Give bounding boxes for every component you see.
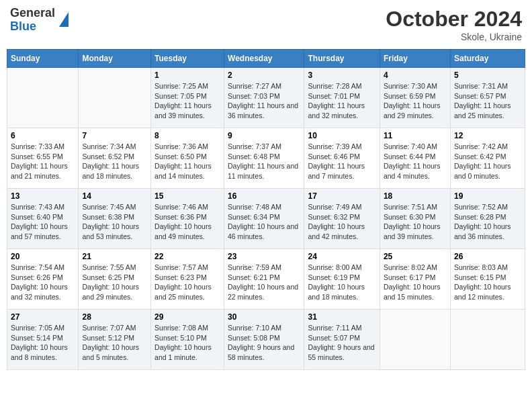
week-row-1: 1 Sunrise: 7:25 AM Sunset: 7:05 PM Dayli…: [7, 68, 525, 128]
sunset-time: Sunset: 7:05 PM: [154, 92, 207, 100]
sunrise-time: Sunrise: 7:07 AM: [82, 324, 136, 332]
sunset-time: Sunset: 6:32 PM: [308, 213, 360, 221]
sunrise-time: Sunrise: 7:59 AM: [228, 263, 281, 271]
calendar-cell: 22 Sunrise: 7:57 AM Sunset: 6:23 PM Dayl…: [151, 249, 224, 310]
sunset-time: Sunset: 6:15 PM: [454, 273, 506, 281]
day-info: Sunrise: 7:43 AM Sunset: 6:40 PM Dayligh…: [11, 202, 75, 242]
sunrise-time: Sunrise: 7:57 AM: [154, 263, 208, 271]
calendar-cell: [7, 68, 79, 128]
day-info: Sunrise: 7:51 AM Sunset: 6:30 PM Dayligh…: [384, 202, 447, 242]
sunrise-time: Sunrise: 7:39 AM: [308, 142, 361, 150]
daylight-hours: Daylight: 11 hours and 39 minutes.: [154, 101, 212, 120]
day-number: 29: [154, 312, 220, 322]
sunrise-time: Sunrise: 7:46 AM: [154, 203, 208, 211]
daylight-hours: Daylight: 10 hours and 46 minutes.: [228, 222, 298, 240]
daylight-hours: Daylight: 11 hours and 36 minutes.: [228, 101, 298, 120]
week-row-3: 13 Sunrise: 7:43 AM Sunset: 6:40 PM Dayl…: [7, 189, 525, 249]
day-number: 5: [454, 71, 521, 80]
daylight-hours: Daylight: 10 hours and 36 minutes.: [454, 222, 511, 240]
sunrise-time: Sunrise: 7:30 AM: [384, 82, 437, 90]
day-number: 19: [454, 191, 521, 201]
calendar-cell: 15 Sunrise: 7:46 AM Sunset: 6:36 PM Dayl…: [151, 189, 224, 249]
daylight-hours: Daylight: 11 hours and 14 minutes.: [154, 162, 212, 180]
day-number: 14: [82, 191, 147, 201]
day-number: 7: [82, 131, 147, 140]
logo-triangle-icon: [59, 12, 69, 27]
daylight-hours: Daylight: 11 hours and 4 minutes.: [384, 162, 441, 180]
day-info: Sunrise: 7:45 AM Sunset: 6:38 PM Dayligh…: [82, 202, 147, 242]
sunrise-time: Sunrise: 7:51 AM: [384, 203, 437, 211]
daylight-hours: Daylight: 10 hours and 5 minutes.: [82, 343, 139, 361]
daylight-hours: Daylight: 11 hours and 0 minutes.: [454, 162, 511, 180]
day-number: 16: [228, 191, 300, 201]
day-number: 6: [11, 131, 75, 140]
sunset-time: Sunset: 6:19 PM: [308, 273, 360, 281]
sunset-time: Sunset: 6:23 PM: [154, 273, 207, 281]
day-info: Sunrise: 7:33 AM Sunset: 6:55 PM Dayligh…: [11, 142, 75, 181]
sunrise-time: Sunrise: 7:48 AM: [228, 203, 281, 211]
sunset-time: Sunset: 7:03 PM: [228, 92, 280, 100]
day-info: Sunrise: 7:52 AM Sunset: 6:28 PM Dayligh…: [454, 202, 521, 242]
day-info: Sunrise: 7:08 AM Sunset: 5:10 PM Dayligh…: [154, 323, 220, 363]
day-info: Sunrise: 7:59 AM Sunset: 6:21 PM Dayligh…: [228, 263, 300, 302]
calendar-cell: 7 Sunrise: 7:34 AM Sunset: 6:52 PM Dayli…: [79, 128, 151, 189]
calendar-cell: 19 Sunrise: 7:52 AM Sunset: 6:28 PM Dayl…: [450, 189, 525, 249]
calendar-cell: 18 Sunrise: 7:51 AM Sunset: 6:30 PM Dayl…: [380, 189, 450, 249]
sunset-time: Sunset: 6:48 PM: [228, 152, 280, 161]
day-info: Sunrise: 7:54 AM Sunset: 6:26 PM Dayligh…: [11, 263, 75, 302]
page-title: October 2024: [386, 7, 522, 32]
day-info: Sunrise: 7:39 AM Sunset: 6:46 PM Dayligh…: [308, 142, 375, 181]
week-row-5: 27 Sunrise: 7:05 AM Sunset: 5:14 PM Dayl…: [7, 310, 525, 370]
daylight-hours: Daylight: 10 hours and 18 minutes.: [308, 283, 365, 301]
day-number: 2: [228, 71, 300, 80]
sunrise-time: Sunrise: 8:03 AM: [454, 263, 508, 271]
calendar-cell: 30 Sunrise: 7:10 AM Sunset: 5:08 PM Dayl…: [224, 310, 304, 370]
sunset-time: Sunset: 6:55 PM: [11, 152, 63, 161]
logo-blue: Blue: [10, 20, 55, 34]
weekday-header-sunday: Sunday: [7, 50, 79, 68]
daylight-hours: Daylight: 11 hours and 32 minutes.: [308, 101, 365, 120]
sunset-time: Sunset: 6:30 PM: [384, 213, 436, 221]
daylight-hours: Daylight: 11 hours and 29 minutes.: [384, 101, 441, 120]
calendar-cell: 24 Sunrise: 8:00 AM Sunset: 6:19 PM Dayl…: [304, 249, 380, 310]
day-number: 26: [454, 252, 521, 261]
sunrise-time: Sunrise: 8:00 AM: [308, 263, 361, 271]
day-number: 11: [384, 131, 447, 140]
sunrise-time: Sunrise: 7:42 AM: [454, 142, 508, 150]
calendar-cell: 13 Sunrise: 7:43 AM Sunset: 6:40 PM Dayl…: [7, 189, 79, 249]
sunset-time: Sunset: 6:26 PM: [11, 273, 63, 281]
day-info: Sunrise: 7:55 AM Sunset: 6:25 PM Dayligh…: [82, 263, 147, 302]
weekday-header-friday: Friday: [380, 50, 450, 68]
sunset-time: Sunset: 6:44 PM: [384, 152, 436, 161]
daylight-hours: Daylight: 10 hours and 42 minutes.: [308, 222, 365, 240]
sunrise-time: Sunrise: 7:11 AM: [308, 324, 361, 332]
sunrise-time: Sunrise: 7:49 AM: [308, 203, 361, 211]
daylight-hours: Daylight: 10 hours and 49 minutes.: [154, 222, 212, 240]
day-info: Sunrise: 7:57 AM Sunset: 6:23 PM Dayligh…: [154, 263, 220, 302]
calendar-cell: [79, 68, 151, 128]
calendar-cell: 28 Sunrise: 7:07 AM Sunset: 5:12 PM Dayl…: [79, 310, 151, 370]
daylight-hours: Daylight: 11 hours and 21 minutes.: [11, 162, 68, 180]
calendar-cell: 3 Sunrise: 7:28 AM Sunset: 7:01 PM Dayli…: [304, 68, 380, 128]
sunrise-time: Sunrise: 7:08 AM: [154, 324, 208, 332]
sunset-time: Sunset: 6:36 PM: [154, 213, 207, 221]
daylight-hours: Daylight: 10 hours and 53 minutes.: [82, 222, 139, 240]
sunrise-time: Sunrise: 7:25 AM: [154, 82, 208, 90]
day-number: 24: [308, 252, 375, 261]
calendar-header: SundayMondayTuesdayWednesdayThursdayFrid…: [7, 50, 525, 68]
day-number: 12: [454, 131, 521, 140]
calendar-cell: 9 Sunrise: 7:37 AM Sunset: 6:48 PM Dayli…: [224, 128, 304, 189]
calendar-cell: 10 Sunrise: 7:39 AM Sunset: 6:46 PM Dayl…: [304, 128, 380, 189]
day-info: Sunrise: 8:02 AM Sunset: 6:17 PM Dayligh…: [384, 263, 447, 302]
day-number: 13: [11, 191, 75, 201]
daylight-hours: Daylight: 10 hours and 39 minutes.: [384, 222, 441, 240]
calendar-cell: 20 Sunrise: 7:54 AM Sunset: 6:26 PM Dayl…: [7, 249, 79, 310]
calendar-cell: 5 Sunrise: 7:31 AM Sunset: 6:57 PM Dayli…: [450, 68, 525, 128]
weekday-header-thursday: Thursday: [304, 50, 380, 68]
calendar-cell: 25 Sunrise: 8:02 AM Sunset: 6:17 PM Dayl…: [380, 249, 450, 310]
sunset-time: Sunset: 6:42 PM: [454, 152, 506, 161]
calendar-cell: [380, 310, 450, 370]
logo: General Blue: [10, 7, 69, 34]
day-info: Sunrise: 7:42 AM Sunset: 6:42 PM Dayligh…: [454, 142, 521, 181]
sunrise-time: Sunrise: 7:54 AM: [11, 263, 64, 271]
